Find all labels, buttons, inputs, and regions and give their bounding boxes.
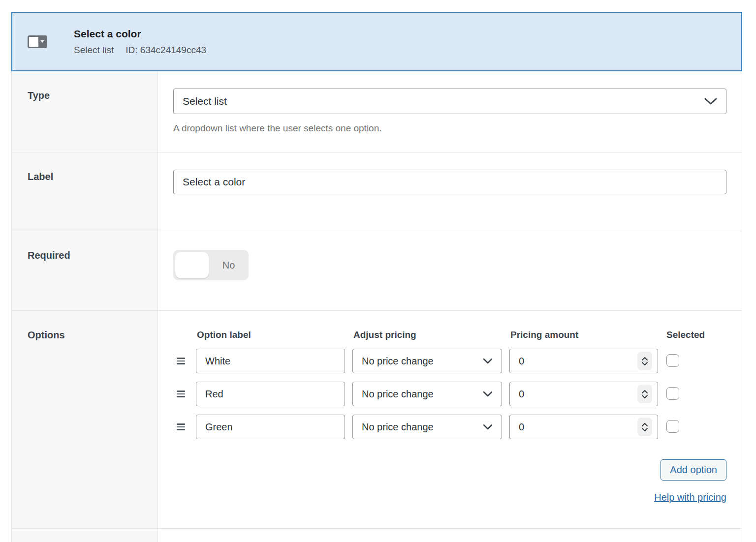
type-label: Type	[12, 71, 158, 152]
column-header-pricing-amount: Pricing amount	[509, 330, 658, 340]
pricing-select[interactable]: No price change	[352, 382, 502, 406]
drag-handle-icon[interactable]	[177, 423, 185, 430]
field-id: ID: 634c24149cc43	[126, 45, 206, 56]
stepper-down-icon[interactable]	[642, 428, 648, 431]
selected-checkbox[interactable]	[666, 420, 679, 433]
amount-stepper[interactable]	[637, 418, 652, 436]
pricing-select-value: No price change	[362, 422, 434, 433]
field-title: Select a color	[74, 28, 206, 40]
selected-checkbox[interactable]	[666, 387, 679, 400]
amount-stepper[interactable]	[637, 352, 652, 370]
pricing-amount-input[interactable]	[509, 349, 658, 373]
row-required: Required No	[12, 231, 742, 311]
option-label-input[interactable]	[196, 349, 345, 373]
option-row: No price change	[173, 415, 726, 439]
stepper-up-icon[interactable]	[642, 390, 648, 393]
pricing-amount-input[interactable]	[509, 382, 658, 406]
label-input[interactable]	[173, 170, 726, 194]
stepper-down-icon[interactable]	[642, 395, 648, 398]
selected-checkbox[interactable]	[666, 354, 679, 367]
type-select[interactable]: Select list	[173, 89, 726, 114]
required-toggle[interactable]: No	[173, 250, 249, 280]
options-column-headers: Option label Adjust pricing Pricing amou…	[173, 330, 726, 340]
select-list-icon	[28, 35, 47, 48]
field-header[interactable]: Select a color Select list ID: 634c24149…	[11, 12, 742, 71]
option-label-input[interactable]	[196, 415, 345, 439]
pricing-select-value: No price change	[362, 356, 434, 367]
stepper-up-icon[interactable]	[642, 357, 648, 361]
type-description: A dropdown list where the user selects o…	[173, 123, 726, 134]
chevron-down-icon	[483, 391, 493, 397]
required-label: Required	[12, 231, 158, 310]
drag-handle-icon[interactable]	[177, 391, 185, 397]
add-option-button[interactable]: Add option	[661, 459, 726, 481]
stepper-up-icon[interactable]	[642, 423, 648, 426]
chevron-down-icon	[483, 424, 493, 430]
toggle-knob[interactable]	[175, 252, 209, 278]
option-row: No price change	[173, 382, 726, 406]
help-with-pricing-link[interactable]: Help with pricing	[654, 492, 726, 503]
field-settings-panel: Select a color Select list ID: 634c24149…	[11, 12, 742, 542]
field-type-label: Select list	[74, 45, 114, 56]
option-label-input[interactable]	[196, 382, 345, 406]
options-label: Options	[12, 311, 158, 528]
pricing-select[interactable]: No price change	[352, 349, 502, 373]
row-label: Label	[12, 152, 742, 231]
type-select-value: Select list	[183, 95, 227, 107]
pricing-select[interactable]: No price change	[352, 415, 502, 439]
chevron-down-icon	[704, 98, 717, 105]
stepper-down-icon[interactable]	[642, 362, 648, 365]
option-row: No price change	[173, 349, 726, 373]
amount-stepper[interactable]	[637, 385, 652, 403]
row-options: Options Option label Adjust pricing Pric…	[12, 311, 742, 529]
pricing-amount-input[interactable]	[509, 415, 658, 439]
row-type: Type Select list A dropdown list where t…	[12, 71, 742, 152]
toggle-state-label: No	[209, 260, 249, 271]
column-header-option-label: Option label	[196, 330, 345, 340]
pricing-select-value: No price change	[362, 389, 434, 400]
column-header-selected: Selected	[665, 330, 726, 340]
label-label: Label	[12, 152, 158, 231]
column-header-adjust-pricing: Adjust pricing	[352, 330, 502, 340]
chevron-down-icon	[483, 358, 493, 364]
next-row-stub	[12, 529, 742, 542]
drag-handle-icon[interactable]	[177, 358, 185, 364]
